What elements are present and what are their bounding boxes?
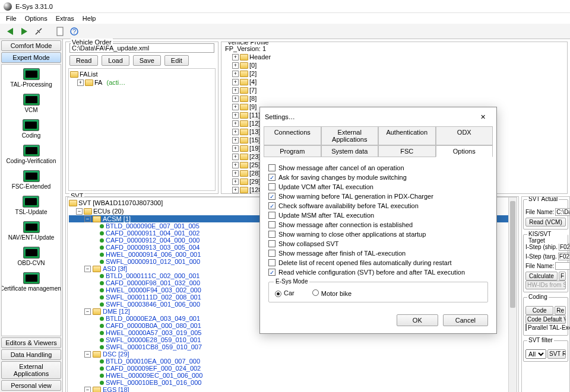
- expand-icon[interactable]: +: [232, 162, 239, 168]
- expand-icon[interactable]: +: [232, 170, 239, 177]
- option-checkbox-0[interactable]: [268, 164, 276, 171]
- collapse-icon[interactable]: −: [84, 308, 91, 315]
- parallel-tal-checkbox[interactable]: [525, 324, 527, 331]
- expand-icon[interactable]: +: [232, 54, 239, 60]
- calculate-button[interactable]: Calculate: [525, 272, 558, 281]
- sidebar-item-tal-processing[interactable]: TAL-Processing: [10, 68, 52, 88]
- sidebar-data-handling[interactable]: Data Handling: [1, 349, 61, 360]
- svt-actual-filename-input[interactable]: [555, 208, 570, 216]
- expand-icon[interactable]: +: [232, 112, 239, 119]
- fa-tree[interactable]: FAList +FA (acti…: [68, 68, 216, 191]
- vp-node[interactable]: +[7]: [225, 86, 563, 94]
- ecu-item[interactable]: BTLD_000010EA_000_007_000: [69, 358, 515, 365]
- f-button[interactable]: F: [559, 272, 566, 281]
- option-checkbox-9[interactable]: [268, 250, 276, 257]
- expand-icon[interactable]: +: [232, 71, 239, 77]
- mode-radio-car[interactable]: [275, 291, 281, 297]
- expand-icon[interactable]: +: [232, 187, 239, 193]
- sidebar-expert-mode[interactable]: Expert Mode: [1, 52, 61, 63]
- option-checkbox-8[interactable]: [268, 240, 276, 247]
- istep-targ-input[interactable]: [558, 253, 570, 260]
- expand-icon[interactable]: +: [232, 145, 239, 152]
- code-default-button[interactable]: Code Default V: [525, 315, 566, 324]
- sidebar-comfort-mode[interactable]: Comfort Mode: [1, 40, 61, 51]
- expand-icon[interactable]: +: [232, 62, 239, 69]
- expand-icon[interactable]: +: [232, 104, 239, 110]
- menu-options[interactable]: Options: [21, 14, 51, 23]
- ecu-item[interactable]: SWFL_00001CB8_059_010_007: [69, 343, 515, 350]
- ecu-group[interactable]: −DSC [29]: [69, 350, 515, 358]
- option-checkbox-11[interactable]: [268, 269, 276, 276]
- ecu-item[interactable]: SWFL_00000E28_059_010_001: [69, 336, 515, 343]
- sidebar-editors-viewers[interactable]: Editors & Viewers: [1, 337, 61, 348]
- ecu-item[interactable]: HWEL_000009EC_001_006_000: [69, 372, 515, 379]
- option-checkbox-1[interactable]: [268, 174, 276, 181]
- sidebar-item-certificate-management[interactable]: Certificate management: [1, 272, 61, 292]
- sidebar-item-vcm[interactable]: VCM: [23, 94, 40, 113]
- code-button[interactable]: Code: [525, 306, 553, 315]
- ok-button[interactable]: OK: [397, 314, 438, 326]
- sidebar-item-coding-verification[interactable]: Coding-Verification: [7, 145, 56, 164]
- sidebar-external-applications[interactable]: External Applications: [1, 361, 61, 379]
- menu-extras[interactable]: Extras: [52, 14, 78, 23]
- expand-icon[interactable]: +: [232, 79, 239, 85]
- back-button[interactable]: [4, 25, 17, 38]
- vo-save-button[interactable]: Save: [133, 55, 161, 66]
- expand-icon[interactable]: +: [232, 95, 239, 102]
- option-checkbox-10[interactable]: [268, 259, 276, 266]
- collapse-icon[interactable]: −: [76, 208, 83, 215]
- svt-filter-select[interactable]: All: [525, 349, 546, 359]
- option-checkbox-6[interactable]: [268, 221, 276, 228]
- istep-ship-input[interactable]: [559, 243, 570, 251]
- vo-load-button[interactable]: Load: [102, 55, 129, 66]
- tab-system-data[interactable]: System data: [321, 145, 379, 157]
- connect-button[interactable]: [32, 25, 45, 38]
- help-button[interactable]: ?: [68, 25, 81, 38]
- option-checkbox-3[interactable]: [268, 193, 276, 200]
- option-checkbox-7[interactable]: [268, 231, 276, 238]
- ecu-item[interactable]: CAFD_000009EF_000_024_002: [69, 365, 515, 372]
- sidebar-item-coding[interactable]: Coding: [22, 119, 41, 139]
- tab-external-applications[interactable]: External Applications: [321, 126, 379, 145]
- expand-icon[interactable]: +: [232, 87, 239, 94]
- collapse-icon[interactable]: −: [84, 351, 91, 358]
- expand-icon[interactable]: +: [232, 179, 239, 185]
- menu-help[interactable]: Help: [79, 14, 100, 23]
- expand-icon[interactable]: +: [232, 137, 239, 144]
- tab-authentication[interactable]: Authentication: [378, 126, 436, 145]
- cancel-button[interactable]: Cancel: [443, 314, 488, 326]
- mode-radio-motor-bike[interactable]: [312, 289, 319, 296]
- svt-scrollbar[interactable]: [508, 197, 517, 392]
- tab-fsc[interactable]: FSC: [378, 145, 436, 157]
- collapse-icon[interactable]: −: [84, 216, 91, 222]
- expand-icon[interactable]: +: [77, 79, 84, 86]
- forward-button[interactable]: [18, 25, 31, 38]
- vo-read-button[interactable]: Read: [69, 55, 98, 66]
- sidebar-item-obd-cvn[interactable]: OBD-CVN: [17, 247, 45, 266]
- expand-icon[interactable]: +: [232, 129, 239, 135]
- sidebar-item-tsl-update[interactable]: TSL-Update: [15, 196, 48, 215]
- tab-program[interactable]: Program: [264, 145, 321, 157]
- vp-node[interactable]: +[4]: [225, 78, 563, 86]
- vo-edit-button[interactable]: Edit: [164, 55, 189, 66]
- collapse-icon[interactable]: −: [84, 266, 91, 272]
- ecu-group[interactable]: −EGS [18]: [69, 386, 515, 392]
- tab-connections[interactable]: Connections: [264, 126, 321, 145]
- vp-node[interactable]: +[2]: [225, 69, 563, 78]
- ecu-item[interactable]: SWFL_000010EB_001_016_000: [69, 379, 515, 386]
- sidebar-item-fsc-extended[interactable]: FSC-Extended: [12, 170, 51, 190]
- option-checkbox-2[interactable]: [268, 183, 276, 190]
- sidebar-personal-view[interactable]: Personal view: [1, 380, 61, 391]
- new-file-button[interactable]: [53, 25, 66, 38]
- vp-node[interactable]: +Header: [225, 53, 563, 61]
- menu-file[interactable]: File: [2, 14, 20, 23]
- expand-icon[interactable]: +: [232, 120, 239, 127]
- read-vcm-button[interactable]: Read (VCM): [525, 218, 566, 227]
- option-checkbox-4[interactable]: [268, 202, 276, 209]
- sidebar-item-nav-ent-update[interactable]: NAV/ENT-Update: [8, 221, 55, 241]
- re-button[interactable]: Re: [555, 306, 566, 315]
- vp-node[interactable]: +[0]: [225, 61, 563, 69]
- vp-root[interactable]: FP_Version: 1: [225, 44, 563, 53]
- option-checkbox-5[interactable]: [268, 212, 276, 219]
- tab-options[interactable]: Options: [436, 145, 493, 157]
